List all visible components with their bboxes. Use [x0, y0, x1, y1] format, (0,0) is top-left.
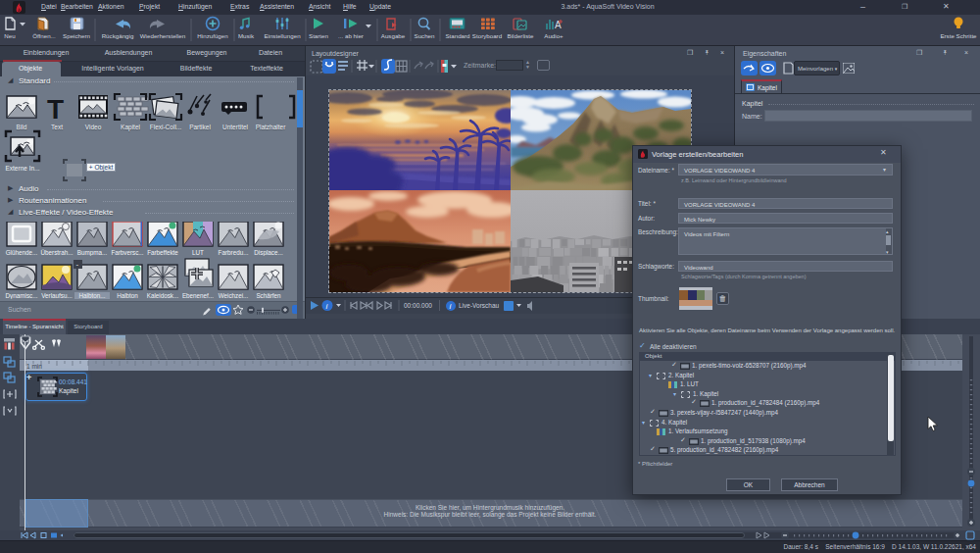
svg-text:i: i — [450, 302, 452, 311]
svg-text:T: T — [47, 94, 64, 125]
svg-text:-: - — [76, 260, 79, 269]
svg-text:i: i — [326, 302, 328, 311]
